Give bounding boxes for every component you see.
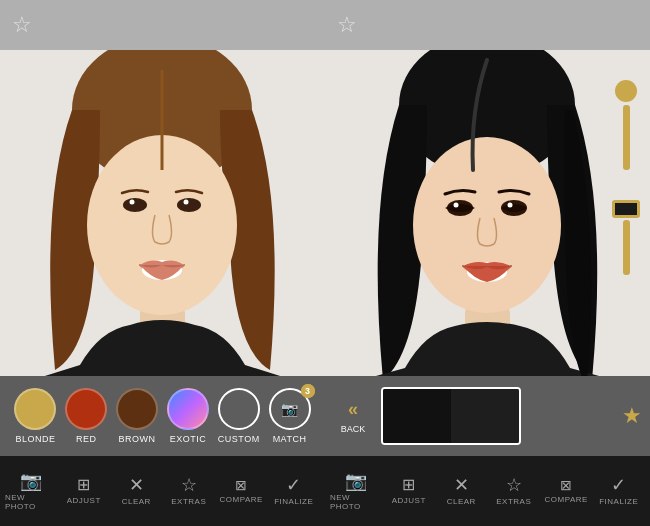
adjust-icon: ⊞	[77, 477, 90, 493]
extras-icon: ☆	[181, 476, 197, 494]
left-face-svg	[0, 50, 325, 376]
compare-label: COMPARE	[220, 495, 263, 504]
finalize-icon: ✓	[286, 476, 301, 494]
clear-icon: ✕	[129, 476, 144, 494]
custom-label: CUSTOM	[218, 434, 260, 444]
brush-head-1	[615, 80, 637, 102]
right-camera-icon: 📷	[345, 472, 367, 490]
right-toolbar-new-photo[interactable]: 📷 NEW PHOTO	[330, 472, 383, 511]
right-clear-icon: ✕	[454, 476, 469, 494]
swatch-blonde[interactable]: BLONDE	[14, 388, 56, 444]
svg-point-13	[413, 137, 561, 313]
brown-swatch-circle[interactable]	[116, 388, 158, 430]
exotic-label: EXOTIC	[170, 434, 207, 444]
right-adjust-label: ADJUST	[392, 496, 426, 505]
red-swatch-circle[interactable]	[65, 388, 107, 430]
blonde-swatch-circle[interactable]	[14, 388, 56, 430]
left-toolbar-compare[interactable]: ⊠ COMPARE	[215, 478, 268, 504]
right-new-photo-label: NEW PHOTO	[330, 493, 383, 511]
match-swatch-wrap: 3 📷	[269, 388, 311, 430]
exotic-swatch-circle[interactable]	[167, 388, 209, 430]
match-camera-icon: 📷	[271, 390, 309, 428]
svg-point-7	[184, 200, 189, 205]
finalize-label: FINALIZE	[274, 497, 313, 506]
svg-point-16	[454, 203, 459, 208]
color-preview-before	[383, 389, 451, 443]
blonde-label: BLONDE	[15, 434, 55, 444]
match-badge: 3	[301, 384, 315, 398]
right-finalize-icon: ✓	[611, 476, 626, 494]
brush-handle-2	[623, 220, 630, 275]
right-adjust-icon: ⊞	[402, 477, 415, 493]
svg-point-6	[130, 200, 135, 205]
swatches-bar: BLONDE RED BROWN EXOTIC CUSTOM 3 📷	[0, 376, 325, 456]
swatch-exotic[interactable]: EXOTIC	[167, 388, 209, 444]
back-chevrons-icon: «	[348, 399, 358, 420]
svg-point-17	[508, 203, 513, 208]
color-selector-bar: « BACK ★	[325, 376, 650, 456]
brush-tool-1[interactable]	[612, 80, 640, 170]
brush-head-2	[612, 200, 640, 218]
left-toolbar-finalize[interactable]: ✓ FINALIZE	[268, 476, 321, 506]
back-label: BACK	[341, 424, 366, 434]
left-photo-area	[0, 50, 325, 376]
swatch-custom[interactable]: CUSTOM	[218, 388, 260, 444]
right-photo-area	[325, 50, 650, 376]
red-label: RED	[76, 434, 97, 444]
brown-label: BROWN	[119, 434, 156, 444]
adjust-label: ADJUST	[67, 496, 101, 505]
right-face-svg	[325, 50, 650, 376]
match-label: MATCH	[273, 434, 307, 444]
right-panel: ☆	[325, 0, 650, 526]
new-photo-label: NEW PHOTO	[5, 493, 58, 511]
back-button[interactable]: « BACK	[333, 399, 373, 434]
compare-icon: ⊠	[235, 478, 247, 492]
right-clear-label: CLEAR	[447, 497, 476, 506]
right-toolbar-compare[interactable]: ⊠ COMPARE	[540, 478, 593, 504]
right-finalize-label: FINALIZE	[599, 497, 638, 506]
match-swatch-circle[interactable]: 3 📷	[269, 388, 311, 430]
clear-label: CLEAR	[122, 497, 151, 506]
right-toolbar: 📷 NEW PHOTO ⊞ ADJUST ✕ CLEAR ☆ EXTRAS ⊠ …	[325, 456, 650, 526]
right-toolbar-adjust[interactable]: ⊞ ADJUST	[383, 477, 436, 505]
left-top-bar: ☆	[0, 0, 325, 50]
svg-point-5	[177, 198, 201, 212]
right-compare-icon: ⊠	[560, 478, 572, 492]
left-toolbar-clear[interactable]: ✕ CLEAR	[110, 476, 163, 506]
custom-swatch-circle[interactable]	[218, 388, 260, 430]
right-favorite-star[interactable]: ☆	[337, 12, 357, 38]
camera-icon: 📷	[20, 472, 42, 490]
color-preview-after	[451, 389, 519, 443]
right-toolbar-clear[interactable]: ✕ CLEAR	[435, 476, 488, 506]
extras-label: EXTRAS	[171, 497, 206, 506]
right-toolbar-extras[interactable]: ☆ EXTRAS	[488, 476, 541, 506]
left-panel: ☆	[0, 0, 325, 526]
left-toolbar: 📷 NEW PHOTO ⊞ ADJUST ✕ CLEAR ☆ EXTRAS ⊠ …	[0, 456, 325, 526]
swatch-match[interactable]: 3 📷 MATCH	[269, 388, 311, 444]
right-extras-label: EXTRAS	[496, 497, 531, 506]
swatch-red[interactable]: RED	[65, 388, 107, 444]
left-favorite-star[interactable]: ☆	[12, 12, 32, 38]
right-swatch-favorite-star[interactable]: ★	[622, 403, 642, 429]
left-toolbar-new-photo[interactable]: 📷 NEW PHOTO	[5, 472, 58, 511]
right-toolbar-finalize[interactable]: ✓ FINALIZE	[593, 476, 646, 506]
brush-tools	[612, 80, 640, 275]
left-toolbar-extras[interactable]: ☆ EXTRAS	[163, 476, 216, 506]
color-preview-box[interactable]	[381, 387, 521, 445]
right-top-bar: ☆	[325, 0, 650, 50]
right-extras-icon: ☆	[506, 476, 522, 494]
brush-tool-2[interactable]	[612, 200, 640, 275]
svg-point-4	[123, 198, 147, 212]
right-compare-label: COMPARE	[545, 495, 588, 504]
left-toolbar-adjust[interactable]: ⊞ ADJUST	[58, 477, 111, 505]
swatch-brown[interactable]: BROWN	[116, 388, 158, 444]
brush-handle-1	[623, 105, 630, 170]
